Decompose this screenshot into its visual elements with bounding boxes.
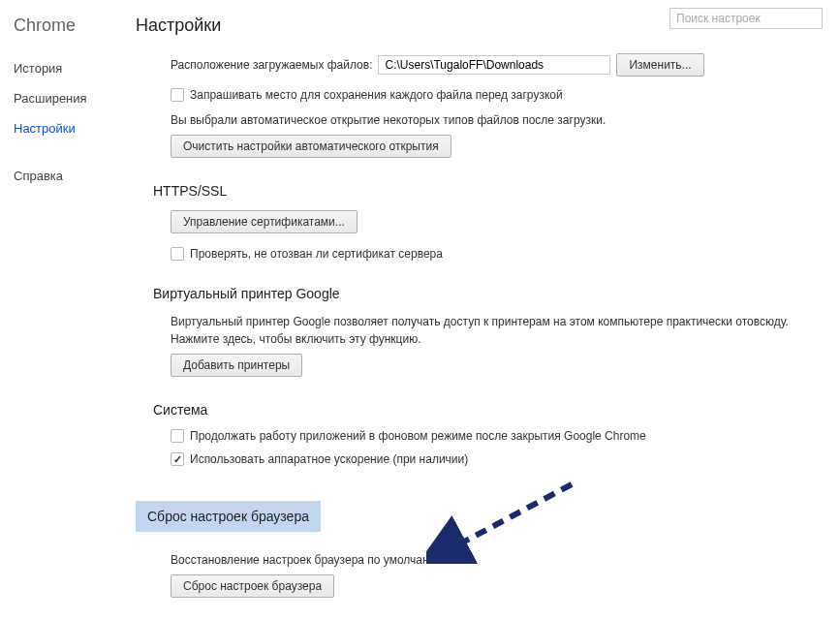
cloudprint-desc: Виртуальный принтер Google позволяет пол… <box>171 313 791 348</box>
section-system-title: Система <box>153 402 821 418</box>
download-path-input[interactable] <box>378 55 610 75</box>
manage-certs-button[interactable]: Управление сертификатами... <box>171 210 358 233</box>
section-reset-title: Сброс настроек браузера <box>136 501 321 532</box>
ask-save-checkbox[interactable] <box>171 88 184 102</box>
sidebar-item-settings[interactable]: Настройки <box>14 121 136 136</box>
change-download-button[interactable]: Изменить... <box>616 53 703 77</box>
revoke-label: Проверять, не отозван ли сертификат серв… <box>190 247 443 261</box>
bg-apps-checkbox[interactable] <box>171 429 184 443</box>
sidebar-item-help[interactable]: Справка <box>14 169 136 183</box>
hw-accel-checkbox[interactable] <box>171 452 184 466</box>
reset-browser-button[interactable]: Сброс настроек браузера <box>171 574 334 598</box>
sidebar-item-history[interactable]: История <box>14 61 136 76</box>
sidebar-item-extensions[interactable]: Расширения <box>14 91 136 106</box>
sidebar: Chrome История Расширения Настройки Спра… <box>0 0 136 620</box>
hw-accel-label: Использовать аппаратное ускорение (при н… <box>190 452 468 466</box>
download-location-label: Расположение загружаемых файлов: <box>171 58 372 72</box>
reset-desc: Восстановление настроек браузера по умол… <box>171 551 821 569</box>
autoopen-help: Вы выбрали автоматическое открытие некот… <box>171 111 821 129</box>
section-cloudprint-title: Виртуальный принтер Google <box>153 286 821 301</box>
main-content: Настройки Расположение загружаемых файло… <box>136 0 840 620</box>
revoke-checkbox[interactable] <box>171 247 184 261</box>
clear-autoopen-button[interactable]: Очистить настройки автоматического откры… <box>171 135 451 158</box>
ask-save-label: Запрашивать место для сохранения каждого… <box>190 88 563 102</box>
add-printers-button[interactable]: Добавить принтеры <box>171 354 302 377</box>
search-input[interactable] <box>669 8 823 29</box>
section-https-title: HTTPS/SSL <box>153 183 821 199</box>
brand-title: Chrome <box>14 16 136 36</box>
bg-apps-label: Продолжать работу приложений в фоновом р… <box>190 429 646 443</box>
